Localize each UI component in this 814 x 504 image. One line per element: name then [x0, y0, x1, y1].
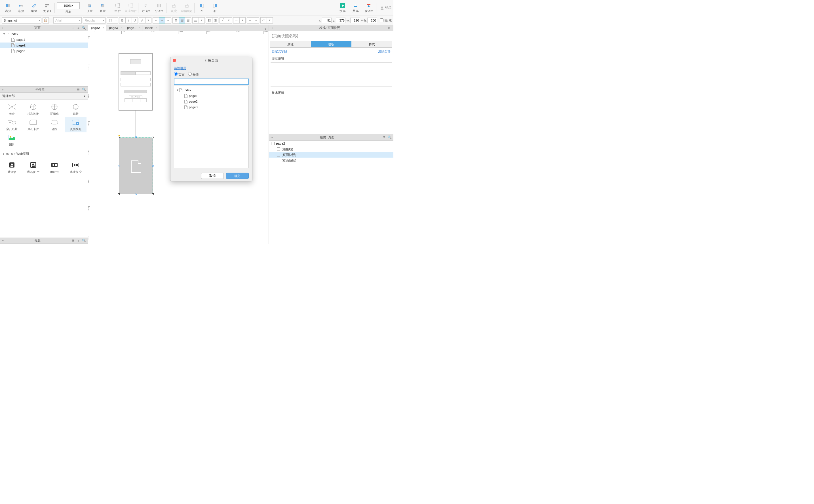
- h-input[interactable]: [367, 18, 377, 23]
- close-icon[interactable]: ×: [121, 26, 122, 29]
- tech-textarea[interactable]: [270, 97, 392, 121]
- align-left[interactable]: ≡: [153, 17, 159, 24]
- distribute-btn[interactable]: 分 布▾: [153, 1, 165, 15]
- line-width[interactable]: ═: [233, 17, 239, 24]
- outline-row[interactable]: (连接线): [269, 146, 393, 152]
- x-input[interactable]: [322, 18, 331, 23]
- add-page-icon[interactable]: ＋: [77, 26, 81, 30]
- collapse-icon[interactable]: ⇤: [2, 26, 4, 29]
- outline-row[interactable]: (页面快照): [269, 158, 393, 163]
- italic-btn[interactable]: I: [125, 17, 132, 24]
- clear-all-link[interactable]: 清除全部: [378, 49, 390, 54]
- align-btn[interactable]: 对 齐▾: [139, 1, 152, 15]
- inspector-tab-属性[interactable]: 属性: [270, 41, 311, 47]
- lock-wh-icon[interactable]: ⬄: [361, 18, 363, 22]
- widget-磁带[interactable]: 磁带: [65, 102, 86, 117]
- collapse-icon[interactable]: ⇤: [2, 88, 4, 91]
- arrow-end[interactable]: →: [253, 17, 259, 24]
- w-input[interactable]: [350, 18, 360, 23]
- valign-mid[interactable]: ⬓: [179, 17, 185, 24]
- wireframe-snapshot[interactable]: 第三方登录: [119, 53, 153, 111]
- inspector-tab-说明[interactable]: 说明: [311, 41, 352, 47]
- widget-键控[interactable]: 键控: [44, 117, 65, 132]
- lock-btn[interactable]: 锁 定: [168, 1, 180, 15]
- close-icon[interactable]: ×: [155, 26, 157, 29]
- search-icon[interactable]: 🔍: [82, 239, 86, 243]
- outline-row[interactable]: page2: [269, 141, 393, 146]
- select-tool[interactable]: 选 择: [2, 1, 14, 15]
- corner-dd[interactable]: ▾: [266, 17, 273, 24]
- pen-tool[interactable]: 钢 笔: [28, 1, 40, 15]
- add-folder-icon[interactable]: ⊞: [72, 239, 76, 243]
- search-icon[interactable]: 🔍: [82, 26, 86, 30]
- outline-row[interactable]: (页面快照): [269, 152, 393, 158]
- tabs-more-icon[interactable]: ▾: [262, 27, 268, 31]
- dlg-tree-page2[interactable]: page2: [174, 99, 248, 104]
- more-tools[interactable]: 更 多▾: [41, 1, 53, 15]
- y-input[interactable]: [336, 18, 345, 23]
- clear-reference-link[interactable]: 清除引用: [174, 66, 186, 70]
- hidden-checkbox[interactable]: [380, 18, 383, 22]
- dlg-tree-page3[interactable]: page3: [174, 104, 248, 110]
- underline-btn[interactable]: U: [132, 17, 138, 24]
- collapse-icon[interactable]: ⇤: [2, 239, 4, 242]
- widget-页面快照[interactable]: 页面快照: [65, 117, 86, 132]
- cancel-button[interactable]: 取消: [201, 173, 224, 179]
- add-folder-icon[interactable]: ⊞: [72, 26, 76, 30]
- send-back[interactable]: 底 层: [96, 1, 109, 15]
- bold-btn[interactable]: B: [119, 17, 125, 24]
- add-master-icon[interactable]: ＋: [77, 239, 81, 243]
- shadow-outer[interactable]: ◧: [206, 17, 212, 24]
- arrow-none[interactable]: ↔: [247, 17, 253, 24]
- widget-category[interactable]: Icons > Web应用: [0, 150, 88, 158]
- dock-left[interactable]: 左: [196, 1, 208, 15]
- widget-检查[interactable]: 检查: [1, 102, 22, 117]
- valign-top[interactable]: ⬒: [172, 17, 179, 24]
- corner-radius[interactable]: ⬭: [260, 17, 266, 24]
- line-dd[interactable]: ▾: [226, 17, 232, 24]
- bring-front[interactable]: 顶 层: [83, 1, 96, 15]
- zoom-combo[interactable]: 100% ▾: [57, 2, 80, 9]
- tab-page1[interactable]: page1×: [124, 25, 142, 31]
- dock-right[interactable]: 右: [209, 1, 221, 15]
- style-dropdown[interactable]: Snapshot: [2, 17, 41, 24]
- widget-name-field[interactable]: (页面快照名称): [269, 31, 393, 41]
- tree-row-root[interactable]: ▼index: [0, 31, 88, 37]
- widget-求和连接[interactable]: 求和连接: [22, 102, 44, 117]
- close-icon[interactable]: ×: [139, 26, 140, 29]
- widget-通讯录[interactable]: 通讯录: [1, 160, 22, 175]
- dlg-tree-page1[interactable]: page1: [174, 93, 248, 99]
- size-dropdown[interactable]: 13: [107, 17, 118, 24]
- valign-bot[interactable]: ⬓: [185, 17, 191, 24]
- share-btn[interactable]: 共 享: [349, 1, 362, 15]
- fill-color[interactable]: ▬: [192, 17, 198, 24]
- line-width-dd[interactable]: ▾: [239, 17, 246, 24]
- widget-穿孔卡片[interactable]: 穿孔卡片: [22, 117, 44, 132]
- ok-button[interactable]: 确定: [226, 173, 249, 179]
- widget-通讯录-空[interactable]: 通讯录-空: [22, 160, 44, 175]
- widget-穿孔纸带[interactable]: 穿孔纸带: [1, 117, 22, 132]
- unlock-btn[interactable]: 取消锁定: [181, 1, 193, 15]
- dialog-search-input[interactable]: [174, 79, 249, 85]
- weight-dropdown[interactable]: Regular: [83, 17, 105, 24]
- login-link[interactable]: 登录: [380, 5, 392, 10]
- menu-icon[interactable]: ☰: [77, 88, 81, 92]
- group-btn[interactable]: 组 合: [111, 1, 124, 15]
- search-icon[interactable]: 🔍: [82, 88, 86, 92]
- note-icon[interactable]: 🗎: [388, 26, 392, 30]
- search-icon[interactable]: 🔍: [388, 135, 392, 139]
- tree-row-page1[interactable]: page1: [0, 37, 88, 43]
- tab-index[interactable]: index×: [142, 25, 159, 31]
- tree-row-page2[interactable]: page2: [0, 43, 88, 48]
- font-dropdown[interactable]: Arial: [53, 17, 82, 24]
- publish-btn[interactable]: 发 布▾: [362, 1, 375, 15]
- widget-地址卡-空[interactable]: 地址卡-空: [65, 160, 86, 175]
- custom-fields-link[interactable]: 自定义字段: [272, 49, 287, 54]
- tab-page3[interactable]: page3×: [106, 25, 124, 31]
- radio-page[interactable]: 页面: [174, 72, 185, 77]
- shadow-inner[interactable]: ◨: [212, 17, 218, 24]
- dialog-close-icon[interactable]: [173, 59, 176, 62]
- tree-row-page3[interactable]: page3: [0, 48, 88, 54]
- close-icon[interactable]: ×: [103, 26, 104, 29]
- collapse-icon[interactable]: ⇥: [270, 136, 273, 139]
